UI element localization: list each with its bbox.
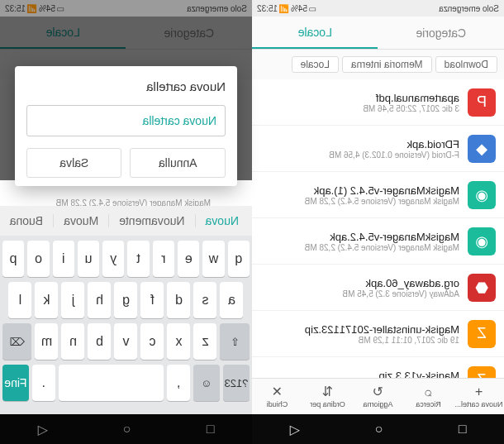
key[interactable]: c	[141, 323, 164, 360]
file-type-icon: ◉	[468, 227, 496, 255]
key[interactable]: k	[36, 282, 59, 318]
key[interactable]: f	[141, 282, 164, 318]
keyboard-suggestions: NuovaNuovamenteMuovaBuona	[0, 206, 252, 236]
suggestion[interactable]: Muova	[53, 214, 108, 227]
file-name: org.adaway_60.apk	[260, 277, 459, 289]
key[interactable]: n	[62, 323, 85, 360]
emoji-key[interactable]: ☺	[193, 365, 220, 401]
file-details: Magisk Manager (Versione 5.4.2) 2,28 MB	[260, 197, 459, 206]
nav-home-icon[interactable]: ○	[375, 422, 383, 437]
space-key[interactable]	[59, 365, 164, 401]
cancel-button[interactable]: Annulla	[131, 148, 226, 178]
suggestion[interactable]: Nuovamente	[108, 214, 194, 227]
save-button[interactable]: Salva	[26, 148, 122, 178]
toolbar-label: Ordina per	[310, 400, 345, 408]
toolbar-icon: +	[475, 385, 483, 399]
tab-categories[interactable]: Categorie	[378, 17, 505, 49]
toolbar-label: Chiudi	[267, 400, 288, 408]
table-row[interactable]: ZMagisk-v13.3.zip19 dic 2017, 01:12 5,04…	[252, 357, 504, 378]
file-name: MagiskManager-v5.4.2 (1).apk	[260, 184, 459, 197]
file-name: FDroid.apk	[260, 138, 459, 150]
key[interactable]: d	[168, 282, 191, 318]
key[interactable]: w	[202, 241, 224, 277]
key[interactable]: g	[115, 282, 138, 318]
suggestion[interactable]: Nuova	[195, 214, 249, 227]
file-type-icon: P	[468, 88, 496, 117]
file-list: Papartemanual.pdf3 dic 2017, 22:05 5,46 …	[252, 79, 504, 378]
symbols-key[interactable]: ?123	[223, 365, 250, 401]
android-nav: □ ○ ◁	[252, 414, 504, 444]
bottom-toolbar: +Nuova cartel...⌕Ricerca↻Aggiorna⇅Ordina…	[252, 378, 504, 414]
file-name: apartemanual.pdf	[260, 92, 459, 104]
file-details: 19 dic 2017, 01:11 1,29 MB	[260, 336, 459, 345]
breadcrumb: Download Memoria interna Locale	[252, 50, 504, 79]
nav-recent-icon[interactable]: □	[459, 422, 467, 437]
file-name: Magisk-uninstaller-20171123.zip	[260, 323, 459, 336]
key[interactable]: z	[194, 323, 217, 360]
file-details: F-Droid (Versione 0.102.3) 4,56 MB	[260, 150, 459, 160]
key[interactable]: r	[153, 241, 174, 277]
toolbar-button[interactable]: ⌕Ricerca	[403, 379, 454, 414]
period-key[interactable]: .	[32, 365, 55, 401]
key[interactable]: e	[178, 241, 199, 277]
toolbar-label: Aggiorna	[363, 400, 392, 408]
backspace-key[interactable]: ⌫	[2, 323, 32, 360]
toolbar-icon: ↻	[373, 385, 383, 399]
shift-key[interactable]: ⇧	[221, 323, 250, 360]
crumb-download[interactable]: Download	[435, 56, 497, 73]
file-details: 3 dic 2017, 22:05 5,46 MB	[260, 104, 459, 113]
toolbar-button[interactable]: ⇅Ordina per	[302, 379, 353, 414]
table-row[interactable]: ZMagisk-uninstaller-20171123.zip19 dic 2…	[252, 311, 504, 357]
toolbar-button[interactable]: +Nuova cartel...	[454, 379, 504, 414]
new-folder-dialog: Nuova cartella Annulla Salva	[15, 66, 237, 186]
table-row[interactable]: Papartemanual.pdf3 dic 2017, 22:05 5,46 …	[252, 79, 504, 126]
key[interactable]: j	[62, 282, 85, 318]
file-type-icon: ◆	[468, 135, 496, 163]
key[interactable]: m	[36, 323, 59, 360]
key[interactable]: s	[194, 282, 217, 318]
key[interactable]: b	[88, 323, 112, 360]
crumb-local[interactable]: Locale	[292, 56, 339, 73]
key[interactable]: o	[27, 241, 49, 277]
key[interactable]: i	[53, 241, 74, 277]
file-type-icon: ◉	[468, 181, 496, 209]
file-type-icon: Z	[468, 366, 496, 379]
status-bar: Solo emergenza ▭54%📶15:32	[252, 0, 504, 17]
keyboard: qwertyuiop asdfghjkl ⇧zxcvbnm⌫ ?123☺,.Fi…	[0, 236, 252, 414]
key[interactable]: x	[168, 323, 191, 360]
toolbar-label: Ricerca	[416, 400, 441, 408]
toolbar-icon: ✕	[272, 385, 283, 399]
key[interactable]: q	[228, 241, 250, 277]
table-row[interactable]: ⬣org.adaway_60.apkAdAway (Versione 3.2) …	[252, 265, 504, 311]
file-type-icon: Z	[468, 320, 496, 348]
table-row[interactable]: ◉MagiskManager-v5.4.2.apkMagisk Manager …	[252, 218, 504, 265]
key[interactable]: y	[102, 241, 124, 277]
toolbar-icon: ⇅	[322, 385, 333, 399]
tab-local[interactable]: Locale	[252, 17, 378, 49]
crumb-internal[interactable]: Memoria interna	[342, 56, 432, 73]
dialog-title: Nuova cartella	[26, 79, 226, 93]
key[interactable]: t	[128, 241, 150, 277]
folder-name-input[interactable]	[26, 105, 226, 136]
toolbar-button[interactable]: ✕Chiudi	[252, 379, 302, 414]
file-details: Magisk Manager (Versione 5.4.2) 2,28 MB	[260, 243, 459, 252]
file-name: MagiskManager-v5.4.2.apk	[260, 231, 459, 243]
table-row[interactable]: ◆FDroid.apkF-Droid (Versione 0.102.3) 4,…	[252, 126, 504, 172]
key[interactable]: l	[9, 282, 32, 318]
file-name: Magisk-v13.3.zip	[260, 370, 459, 379]
key[interactable]: h	[88, 282, 112, 318]
comma-key[interactable]: ,	[167, 365, 190, 401]
suggestion[interactable]: Buona	[0, 214, 53, 227]
file-type-icon: ⬣	[468, 274, 496, 302]
toolbar-icon: ⌕	[425, 385, 433, 399]
file-details: AdAway (Versione 3.2) 5,45 MB	[260, 289, 459, 298]
toolbar-button[interactable]: ↻Aggiorna	[353, 379, 403, 414]
nav-back-icon[interactable]: ◁	[290, 422, 300, 437]
key[interactable]: p	[2, 241, 24, 277]
key[interactable]: v	[115, 323, 138, 360]
phone-dialog: Solo emergenza ▭54%📶15:32 Categorie Loca…	[0, 0, 252, 444]
key[interactable]: a	[221, 282, 244, 318]
done-key[interactable]: Fine	[2, 365, 29, 401]
key[interactable]: u	[78, 241, 99, 277]
table-row[interactable]: ◉MagiskManager-v5.4.2 (1).apkMagisk Mana…	[252, 172, 504, 218]
